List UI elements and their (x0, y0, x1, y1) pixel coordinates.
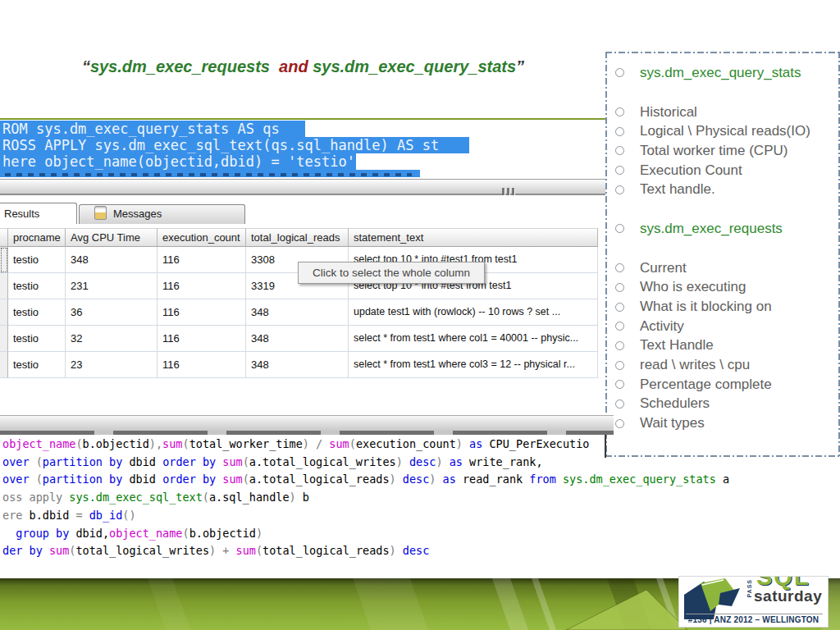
circle-bullet-icon (615, 419, 624, 428)
table-cell[interactable]: 32 (66, 326, 158, 352)
logo-tagline: #136 | ANZ 2012 – WELLINGTON (679, 615, 828, 624)
horizontal-splitter[interactable] (0, 179, 606, 195)
sqlsaturday-logo: SQL PASS saturday #136 | ANZ 2012 – WELL… (679, 577, 828, 627)
panel-group: sys.dm_exec_query_statsHistoricalLogical… (615, 63, 837, 199)
circle-bullet-icon (615, 322, 624, 331)
code-line: over (partition by dbid order by sum(a.t… (2, 454, 729, 472)
table-cell[interactable]: testio (8, 273, 66, 299)
table-cell[interactable]: 116 (158, 273, 246, 299)
column-header-total_logical_reads[interactable]: total_logical_reads (246, 228, 349, 247)
table-cell[interactable]: 116 (158, 247, 246, 273)
list-item: Text Handle (615, 336, 837, 356)
logo-saturday-text: saturday (754, 587, 822, 605)
table-cell[interactable]: 116 (158, 352, 246, 378)
circle-bullet-icon (615, 146, 624, 155)
code-line: group by dbid,object_name(b.objectid) (2, 525, 729, 543)
grid-corner-cell[interactable] (0, 228, 8, 247)
title-conjunction: and (270, 57, 313, 75)
splitter-grip-icon[interactable] (502, 184, 517, 199)
row-selector[interactable] (0, 247, 8, 273)
list-item: Wait types (615, 413, 837, 433)
sql-editor-top[interactable]: ROM sys.dm_exec_query_stats AS qsROSS AP… (0, 121, 469, 177)
title-underline-rule (0, 118, 606, 120)
circle-bullet-icon (615, 166, 624, 175)
table-cell[interactable]: update test1 with (rowlock) -- 10 rows ?… (349, 299, 598, 326)
panel-group-header: sys.dm_exec_query_stats (615, 63, 837, 83)
list-item: Execution Count (615, 161, 837, 180)
horizontal-splitter-2[interactable] (0, 415, 614, 431)
list-item: Logical \ Physical reads(IO) (615, 121, 837, 141)
table-cell[interactable]: 348 (246, 326, 349, 352)
panel-border-top (605, 52, 840, 53)
table-cell[interactable]: 116 (158, 299, 246, 326)
row-selector[interactable] (0, 273, 8, 299)
code-line: oss apply sys.dm_exec_sql_text(a.sql_han… (2, 489, 729, 507)
messages-icon (94, 206, 107, 220)
circle-bullet-icon (615, 185, 624, 194)
code-line: over (partition by dbid order by sum(a.t… (2, 471, 729, 489)
table-cell[interactable]: 348 (246, 352, 349, 378)
table-cell[interactable]: 36 (66, 299, 158, 326)
circle-bullet-icon (615, 127, 624, 136)
list-item: Schedulers (615, 395, 837, 414)
table-row[interactable]: testio36116348update test1 with (rowlock… (0, 299, 598, 326)
table-cell[interactable]: testio (8, 299, 66, 326)
table-cell[interactable]: select * from test1 where col1 = 40001 -… (349, 326, 598, 352)
notes-panel: sys.dm_exec_query_statsHistoricalLogical… (605, 52, 840, 457)
sql-highlighted-line[interactable]: here object_name(objectid,dbid) = 'testi… (0, 153, 356, 170)
code-line: der by sum(total_logical_writes) + sum(t… (2, 542, 729, 560)
table-cell[interactable]: testio (8, 326, 66, 352)
table-cell[interactable]: 116 (158, 326, 246, 352)
clipped-row-strip (0, 431, 614, 435)
sql-highlighted-line[interactable]: ROM sys.dm_exec_query_stats AS qs (0, 121, 305, 137)
circle-bullet-icon (615, 303, 624, 312)
code-line: object_name(b.objectid),sum(total_worker… (2, 436, 729, 454)
column-header-statement_text[interactable]: statement_text (349, 228, 598, 247)
row-selector[interactable] (0, 299, 8, 326)
title-dmv-requests: sys.dm_exec_requests (90, 57, 270, 75)
column-header-procname[interactable]: procname (8, 228, 66, 247)
list-item: Text handle. (615, 180, 837, 199)
circle-bullet-icon (615, 341, 624, 350)
page-title: “sys.dm_exec_requests and sys.dm_exec_qu… (0, 57, 606, 76)
sql-highlighted-lines: ROM sys.dm_exec_query_stats AS qsROSS AP… (0, 121, 469, 170)
tab-results[interactable]: Results (0, 203, 77, 224)
circle-bullet-icon (615, 107, 624, 116)
circle-bullet-icon (615, 380, 624, 389)
tab-messages[interactable]: Messages (79, 204, 245, 224)
list-item: read \ writes \ cpu (615, 355, 837, 375)
sql-highlighted-line[interactable]: ROSS APPLY sys.dm_exec_sql_text(qs.sql_h… (0, 137, 469, 153)
table-row[interactable]: testio23116348select * from test1 where … (0, 352, 598, 378)
panel-group-header: sys.dm_exec_requests (615, 219, 837, 239)
open-quote: “ (82, 57, 90, 75)
table-cell[interactable]: testio (8, 247, 66, 273)
panel-border-left (605, 52, 607, 457)
table-cell[interactable]: testio (8, 352, 66, 378)
close-quote: ” (516, 57, 524, 75)
circle-bullet-icon (615, 68, 624, 77)
tab-messages-label: Messages (113, 208, 162, 220)
list-item: Total worker time (CPU) (615, 141, 837, 161)
column-header-execution_count[interactable]: execution_count (158, 228, 246, 247)
circle-bullet-icon (615, 283, 624, 292)
table-cell[interactable]: 231 (66, 273, 158, 299)
row-selector[interactable] (0, 326, 8, 352)
tooltip: Click to select the whole column (298, 262, 485, 284)
table-cell[interactable]: 23 (66, 352, 158, 378)
tab-results-label: Results (4, 208, 39, 220)
panel-group: sys.dm_exec_requestsCurrentWho is execut… (615, 219, 837, 433)
text-caret (605, 435, 606, 458)
column-header-Avg CPU Time[interactable]: Avg CPU Time (66, 228, 158, 247)
sql-editor-bottom[interactable]: object_name(b.objectid),sum(total_worker… (2, 436, 729, 560)
list-item: Current (615, 258, 837, 278)
list-item: Who is executing (615, 278, 837, 298)
table-cell[interactable]: select * from test1 where col3 = 12 -- p… (349, 352, 598, 378)
list-item: Historical (615, 103, 837, 122)
clipped-text-marks (5, 173, 412, 176)
table-cell[interactable]: 348 (246, 299, 349, 326)
list-item: Percentage complete (615, 375, 837, 395)
grid-header-row: procnameAvg CPU Timeexecution_counttotal… (0, 228, 598, 247)
table-row[interactable]: testio32116348select * from test1 where … (0, 326, 598, 352)
row-selector[interactable] (0, 352, 8, 378)
table-cell[interactable]: 348 (66, 247, 158, 273)
